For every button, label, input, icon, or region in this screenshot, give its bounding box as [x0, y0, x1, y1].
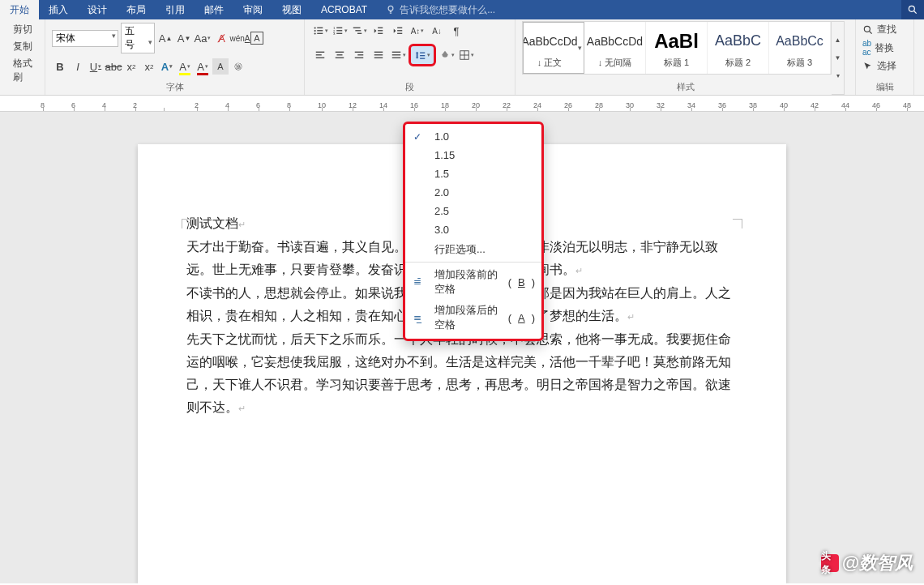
editing-group: 查找 abac替换 选择 编辑 [856, 19, 914, 95]
svg-point-1 [909, 6, 914, 11]
char-border-button[interactable]: A [250, 32, 263, 45]
distribute-icon [391, 49, 402, 61]
font-size-select[interactable]: 五号 [121, 23, 155, 53]
style-item-h1[interactable]: AaBl标题 1 [646, 22, 708, 74]
bullets-button[interactable] [311, 23, 329, 39]
dedent-icon [373, 25, 384, 36]
enclose-char-button[interactable]: ㊯ [230, 58, 246, 75]
watermark-badge: 头条 [821, 554, 839, 572]
highlight-button[interactable]: A [177, 58, 193, 75]
spacing-2.0[interactable]: 2.0 [405, 183, 541, 202]
italic-button[interactable]: I [70, 58, 86, 75]
spacing-options[interactable]: 行距选项... [405, 239, 541, 260]
ruler-tick: 30 [626, 101, 634, 109]
svg-rect-22 [397, 33, 402, 34]
borders-button[interactable] [457, 47, 475, 63]
ruler-tick: 16 [410, 101, 418, 109]
underline-button[interactable]: U [88, 58, 104, 75]
change-case-button[interactable]: Aa [195, 30, 211, 46]
phonetic-guide-button[interactable]: wénA [232, 30, 248, 46]
shrink-font-button[interactable]: A▼ [176, 30, 192, 46]
sort-button[interactable]: A↓ [428, 23, 446, 39]
tab-references[interactable]: 引用 [156, 0, 195, 19]
svg-rect-38 [420, 53, 425, 53]
align-left-button[interactable] [311, 47, 329, 63]
line-spacing-button[interactable] [409, 44, 436, 66]
style-item-h2[interactable]: AaBbC标题 2 [708, 22, 769, 74]
paragraph-group: 123 A↕ A↓ ¶ 段 [305, 19, 515, 95]
tab-design[interactable]: 设计 [78, 0, 117, 19]
spacing-1.0[interactable]: ✓1.0 [405, 127, 541, 146]
lightbulb-icon [385, 4, 396, 15]
subscript-button[interactable]: x2 [123, 58, 139, 75]
svg-rect-14 [353, 28, 360, 28]
ruler-tick: 44 [841, 101, 849, 109]
spacing-1.15[interactable]: 1.15 [405, 146, 541, 164]
style-item-nospacing[interactable]: AaBbCcDd↓ 无间隔 [584, 22, 646, 74]
tell-me[interactable]: 告诉我您想要做什么... [385, 3, 495, 17]
ruler-tick: 12 [349, 101, 357, 109]
char-shading-button[interactable]: A [212, 58, 229, 75]
indent-button[interactable] [389, 23, 407, 39]
add-space-before[interactable]: ≡̄增加段落前的空格(B) [405, 264, 541, 300]
superscript-button[interactable]: x2 [141, 58, 157, 75]
numbering-button[interactable]: 123 [331, 23, 349, 39]
show-marks-button[interactable]: ¶ [447, 23, 465, 39]
font-group-label: 字体 [45, 81, 304, 93]
font-color-button[interactable]: A [195, 58, 211, 75]
align-center-button[interactable] [331, 47, 349, 63]
align-right-button[interactable] [350, 47, 368, 63]
para-mark: ↵ [238, 220, 246, 229]
tab-mail[interactable]: 邮件 [195, 0, 233, 19]
align-justify-button[interactable] [370, 47, 387, 63]
clear-format-button[interactable]: A̸ [213, 30, 229, 46]
svg-rect-33 [374, 54, 383, 55]
add-space-after[interactable]: ≡̲增加段落后的空格(A) [405, 300, 541, 335]
grow-font-button[interactable]: A▲ [157, 30, 173, 46]
ruler-tick: 26 [564, 101, 572, 109]
tab-review[interactable]: 审阅 [233, 0, 272, 19]
multilevel-button[interactable] [350, 23, 368, 39]
text-effects-button[interactable]: A [159, 58, 175, 75]
dropdown-separator [405, 262, 541, 263]
replace-button[interactable]: abac替换 [862, 39, 907, 57]
para-mark: ↵ [238, 404, 246, 413]
svg-rect-25 [316, 58, 325, 58]
copy-button[interactable]: 复制 [6, 40, 38, 53]
svg-text:3: 3 [332, 32, 335, 36]
tab-home[interactable]: 开始 [0, 0, 39, 19]
select-button[interactable]: 选择 [862, 59, 907, 73]
tab-view[interactable]: 视图 [272, 0, 311, 19]
format-painter-button[interactable]: 格式刷 [6, 57, 38, 84]
svg-point-0 [388, 6, 393, 11]
spacing-2.5[interactable]: 2.5 [405, 202, 541, 220]
dedent-button[interactable] [370, 23, 387, 39]
spacing-3.0[interactable]: 3.0 [405, 220, 541, 239]
find-button[interactable]: 查找 [862, 23, 907, 36]
tab-layout[interactable]: 布局 [117, 0, 156, 19]
svg-rect-30 [357, 54, 363, 55]
text-direction-button[interactable]: A↕ [409, 23, 426, 39]
style-item-h3[interactable]: AaBbCc标题 3 [769, 22, 831, 74]
para-mark: ↵ [627, 312, 635, 322]
search-corner[interactable] [901, 0, 924, 19]
style-item-normal[interactable]: AaBbCcDd↓ 正文 [523, 22, 584, 74]
align-distribute-button[interactable] [389, 47, 407, 63]
horizontal-ruler[interactable]: 8642246810121416182022242628303234363840… [0, 96, 924, 112]
style-gallery[interactable]: AaBbCcDd↓ 正文 AaBbCcDd↓ 无间隔 AaBl标题 1 AaBb… [522, 21, 832, 75]
svg-rect-7 [317, 33, 323, 34]
svg-rect-36 [391, 54, 400, 55]
ruler-tick: 6 [256, 101, 260, 109]
svg-rect-32 [374, 52, 383, 53]
ruler-tick: 32 [657, 101, 665, 109]
spacing-1.5[interactable]: 1.5 [405, 164, 541, 183]
font-family-select[interactable]: 宋体 [52, 30, 118, 47]
cut-button[interactable]: 剪切 [6, 23, 38, 36]
svg-rect-16 [357, 33, 361, 34]
tab-acrobat[interactable]: ACROBAT [311, 0, 377, 19]
bold-button[interactable]: B [52, 58, 68, 75]
strike-button[interactable]: abc [105, 58, 122, 75]
styles-group-label: 样式 [515, 81, 855, 93]
tab-insert[interactable]: 插入 [39, 0, 78, 19]
shading-button[interactable] [438, 47, 456, 63]
